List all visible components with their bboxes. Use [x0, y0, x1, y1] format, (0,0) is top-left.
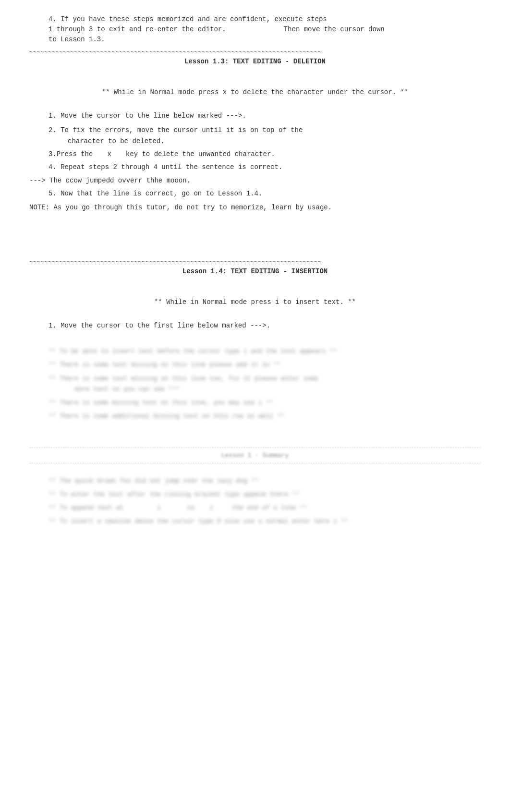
blurred-line-3: ** There is some missing text on this li… [49, 398, 481, 408]
note-line: NOTE: As you go through this tutor, do n… [29, 204, 481, 211]
arrow-practice-line: ---> The ccow jumpedd ovverr thhe mooon. [29, 177, 481, 184]
step-14-1: 1. Move the cursor to the first line bel… [49, 320, 481, 331]
step2-num: 2. [49, 126, 61, 134]
step2-text: To fix the errors, move the cursor until… [61, 126, 303, 134]
step-4-block: 4. If you have these steps memorized and… [49, 14, 481, 45]
step3-prefix: 3. [49, 150, 57, 158]
blurred-line-1: ** There is some text missing on this li… [49, 360, 481, 370]
blurred-line-2: ** There is some text missing on this li… [49, 374, 481, 395]
blurred-sub-0: ** The quick brown fox did not jump over… [49, 476, 481, 486]
step-1: 1. Move the cursor to the line below mar… [49, 110, 481, 121]
step5-text: 5. Now that the line is correct, go on t… [49, 190, 262, 197]
step4-text: Repeat steps 2 through 4 until the sente… [61, 163, 282, 171]
step4-line2: 1 through 3 to exit and re-enter the edi… [49, 24, 481, 35]
blurred-sub-1: ** To enter the text after the closing b… [49, 489, 481, 500]
blurred-sub-2: ** To append text at i to i the end of a… [49, 503, 481, 513]
lesson-13-title: Lesson 1.3: TEXT EDITING - DELETION [29, 58, 481, 65]
step3-key: x [107, 150, 111, 158]
step3-press: Press the [57, 150, 93, 158]
step4-line3: to Lesson 1.3. [49, 35, 481, 45]
separator-dots [29, 448, 481, 448]
lesson-13-header-note: ** While in Normal mode press x to delet… [29, 88, 481, 96]
step-2: 2. To fix the errors, move the cursor un… [49, 125, 481, 146]
step-5: 5. Now that the line is correct, go on t… [49, 188, 481, 199]
step14-1-text: 1. Move the cursor to the first line bel… [49, 322, 270, 329]
lesson-14-title: Lesson 1.4: TEXT EDITING - INSERTION [29, 267, 481, 275]
divider-14: ~~~~~~~~~~~~~~~~~~~~~~~~~~~~~~~~~~~~~~~~… [29, 258, 481, 266]
step1-num: 1. [49, 112, 61, 120]
lesson-14-header-note: ** While in Normal mode press i to inser… [29, 298, 481, 306]
step-4-repeat: 4. Repeat steps 2 through 4 until the se… [49, 162, 481, 172]
lesson-summary-label: Lesson 1 - Summary [29, 452, 481, 459]
step4-line1: 4. If you have these steps memorized and… [49, 14, 481, 24]
content-area: 4. If you have these steps memorized and… [29, 14, 481, 527]
step3-suffix: key to delete the unwanted character. [126, 150, 275, 158]
step-3: 3. Press the x key to delete the unwante… [49, 150, 481, 158]
step4-text3: to Lesson 1.3. [49, 36, 105, 43]
blurred-line-4: ** There is some additional missing text… [49, 411, 481, 422]
blurred-line-0: ** To be able to insert text before the … [49, 346, 481, 357]
step2-text2: character to be deleted. [68, 137, 165, 145]
divider-13: ~~~~~~~~~~~~~~~~~~~~~~~~~~~~~~~~~~~~~~~~… [29, 48, 481, 56]
step4-text2: 1 through 3 to exit and re-enter the edi… [49, 24, 226, 35]
step4-then: Then move the cursor down [284, 24, 385, 35]
blurred-sub-3: ** To insert a newline above the cursor … [49, 516, 481, 527]
step4-num: 4. [49, 163, 61, 171]
step1-text: Move the cursor to the line below marked… [61, 112, 246, 120]
separator-dots-2 [29, 463, 481, 463]
step4-text1: 4. If you have these steps memorized and… [49, 15, 327, 23]
